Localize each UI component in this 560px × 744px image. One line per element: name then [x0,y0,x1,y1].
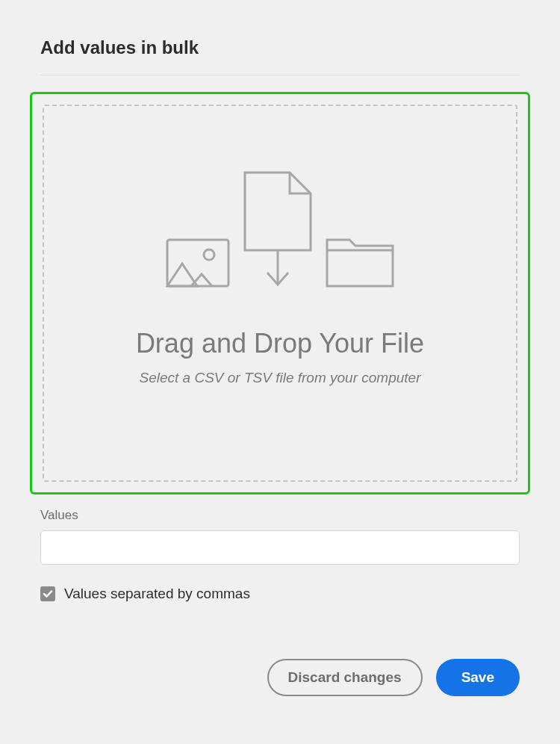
dropzone-icons [166,171,394,291]
file-dropzone[interactable]: Drag and Drop Your File Select a CSV or … [43,105,517,482]
values-input[interactable] [40,530,520,565]
check-icon [43,589,53,599]
file-download-icon [243,171,312,291]
comma-separated-label: Values separated by commas [64,586,250,602]
values-label: Values [40,508,520,523]
save-button[interactable]: Save [436,659,520,696]
divider [40,75,520,75]
dropzone-highlight: Drag and Drop Your File Select a CSV or … [30,92,530,495]
comma-separated-option[interactable]: Values separated by commas [40,586,520,602]
page-title: Add values in bulk [40,37,520,58]
discard-button[interactable]: Discard changes [267,659,423,696]
dropzone-title: Drag and Drop Your File [136,328,424,359]
svg-point-1 [204,249,214,260]
folder-icon [326,234,394,291]
image-icon [166,238,230,291]
comma-separated-checkbox[interactable] [40,586,55,601]
action-buttons: Discard changes Save [40,659,520,696]
dropzone-subtitle: Select a CSV or TSV file from your compu… [140,370,421,386]
